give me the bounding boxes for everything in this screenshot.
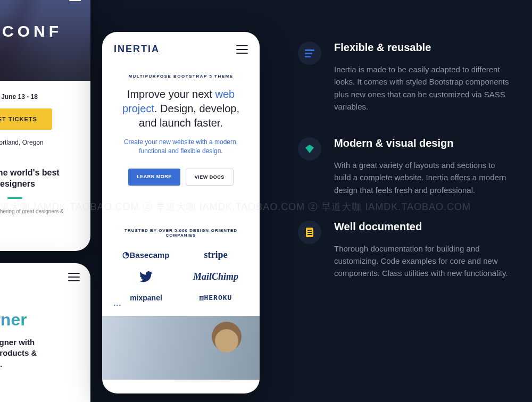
- warner-description: c-driven designer with ding digital prod…: [0, 337, 80, 370]
- mockup-warner: el Warner c-driven designer with ding di…: [0, 263, 90, 402]
- conference-location: ✈ Portland, Oregon: [0, 139, 44, 146]
- feature-title: Modern & visual design: [334, 137, 511, 149]
- inertia-headline: Improve your next web project. Design, d…: [114, 87, 248, 130]
- diamond-icon: [298, 137, 321, 161]
- feature-description: Inertia is made to be easily adapted to …: [334, 63, 511, 113]
- company-logos-grid: ◔ Basecamp stripe MailChimp mixpanel ▥ H…: [114, 249, 248, 302]
- inertia-subheadline: Create your new website with a modern, f…: [114, 138, 248, 156]
- features-list: Flexible & reusable Inertia is made to b…: [298, 41, 511, 304]
- conference-hero: RTIACONF 2020: [0, 0, 90, 81]
- view-docs-button[interactable]: VIEW DOCS: [186, 169, 234, 186]
- conference-date: ▭ June 13 - 18: [0, 93, 38, 100]
- mixpanel-logo: mixpanel: [114, 294, 178, 302]
- learn-more-button[interactable]: LEARN MORE: [128, 169, 180, 186]
- feature-description: With a great variety of layouts and sect…: [334, 159, 511, 196]
- mockup-inertia: INERTIA MULTIPURPOSE BOOTSTRAP 5 THEME I…: [102, 32, 260, 393]
- inertia-logo[interactable]: INERTIA: [114, 44, 160, 55]
- flexible-icon: [298, 41, 321, 65]
- conference-tagline: ed by the world's best designers: [0, 168, 90, 190]
- warner-name: el Warner: [0, 310, 80, 330]
- get-tickets-button[interactable]: GET TICKETS: [0, 108, 52, 130]
- trusted-by-label: TRUSTED BY OVER 5,000 DESIGN-ORIENTED CO…: [114, 228, 248, 238]
- inertia-eyebrow: MULTIPURPOSE BOOTSTRAP 5 THEME: [114, 74, 248, 79]
- hamburger-icon[interactable]: [236, 45, 248, 54]
- hamburger-icon[interactable]: [69, 0, 81, 1]
- mockup-conference: RTIACONF 2020 ▭ June 13 - 18 GET TICKETS…: [0, 0, 90, 251]
- feature-title: Flexible & reusable: [334, 41, 511, 54]
- document-icon: [298, 221, 321, 244]
- conference-body: ▭ June 13 - 18 GET TICKETS ✈ Portland, O…: [0, 81, 90, 214]
- stripe-logo: stripe: [184, 249, 248, 261]
- twitter-logo: [114, 271, 178, 283]
- feature-documented: Well documented Thorough documentation f…: [298, 221, 511, 280]
- accent-underline: [7, 197, 22, 199]
- conference-title: RTIACONF 2020: [0, 22, 80, 59]
- feature-title: Well documented: [334, 221, 511, 233]
- feature-description: Thorough documentation for building and …: [334, 242, 511, 280]
- feature-modern: Modern & visual design With a great vari…: [298, 137, 511, 196]
- hamburger-icon[interactable]: [68, 273, 80, 281]
- conference-subline: the largest gathering of great designers…: [0, 208, 90, 214]
- mailchimp-logo: MailChimp: [184, 271, 248, 283]
- feature-flexible: Flexible & reusable Inertia is made to b…: [298, 41, 511, 113]
- basecamp-logo: ◔ Basecamp: [114, 249, 178, 261]
- inertia-hero-image: [102, 316, 260, 380]
- heroku-logo: ▥ HEROKU: [184, 294, 248, 302]
